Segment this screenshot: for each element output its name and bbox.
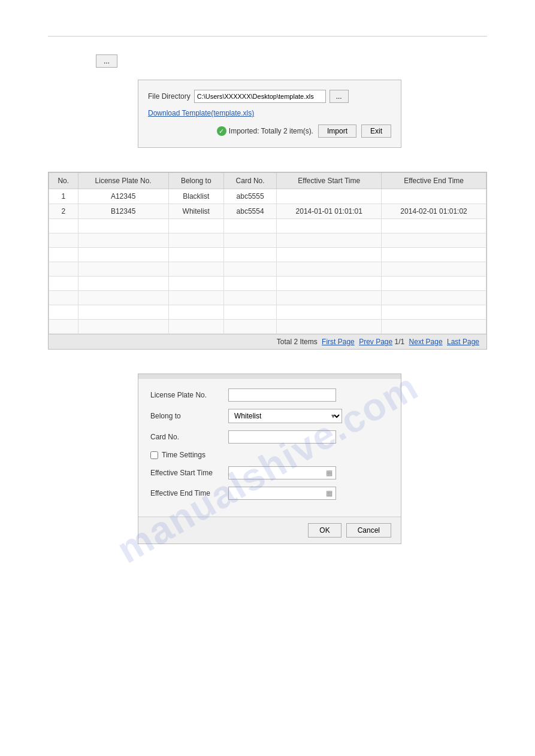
end-time-wrapper: ▦ — [228, 487, 336, 500]
cell-belong: Blacklist — [168, 189, 223, 204]
license-plate-label: License Plate No. — [150, 391, 228, 399]
last-page-link[interactable]: Last Page — [447, 338, 479, 346]
belong-to-label: Belong to — [150, 412, 228, 420]
next-page-link[interactable]: Next Page — [409, 338, 443, 346]
cell-no: 1 — [49, 189, 78, 204]
table-row: 1 A12345 Blacklist abc5555 — [49, 189, 486, 204]
form-dialog-header — [138, 374, 401, 379]
status-row: ✓ Imported: Totally 2 item(s). Import Ex… — [148, 125, 391, 138]
status-text: ✓ Imported: Totally 2 item(s). — [217, 126, 313, 136]
empty-row — [49, 248, 486, 262]
col-start-time[interactable]: Effective Start Time — [277, 173, 382, 189]
col-card: Card No. — [223, 173, 277, 189]
calendar-icon-end[interactable]: ▦ — [326, 489, 334, 497]
time-settings-checkbox[interactable] — [150, 451, 158, 459]
license-plate-row: License Plate No. — [150, 388, 389, 402]
empty-row — [49, 305, 486, 320]
form-body: License Plate No. Belong to Whitelist Bl… — [138, 379, 401, 517]
form-footer: OK Cancel — [138, 517, 401, 544]
cell-plate: A12345 — [78, 189, 168, 204]
cell-start-time: 2014-01-01 01:01:01 — [277, 204, 382, 219]
status-message: Imported: Totally 2 item(s). — [229, 127, 313, 135]
exit-button[interactable]: Exit — [361, 125, 391, 138]
cell-card: abc5554 — [223, 204, 277, 219]
effective-end-time-input[interactable] — [228, 487, 336, 500]
cell-end-time — [382, 189, 486, 204]
cell-belong: Whitelist — [168, 204, 223, 219]
file-browse-button[interactable]: ... — [330, 90, 349, 103]
download-template-link[interactable]: Download Template(template.xls) — [148, 109, 391, 117]
empty-row — [49, 219, 486, 233]
belong-to-select[interactable]: Whitelist Blacklist — [228, 409, 342, 423]
cell-no: 2 — [49, 204, 78, 219]
time-settings-row: Time Settings — [150, 451, 389, 459]
prev-page-link[interactable]: Prev Page — [359, 338, 392, 346]
check-icon: ✓ — [217, 126, 226, 136]
table-footer: Total 2 Items First Page Prev Page 1/1 N… — [49, 334, 486, 349]
table-row: 2 B12345 Whitelist abc5554 2014-01-01 01… — [49, 204, 486, 219]
data-table: No. License Plate No. Belong to Card No.… — [49, 172, 486, 334]
cell-plate: B12345 — [78, 204, 168, 219]
calendar-icon-start[interactable]: ▦ — [326, 469, 334, 477]
effective-start-time-input[interactable] — [228, 466, 336, 479]
top-divider — [48, 36, 487, 37]
col-belong: Belong to — [168, 173, 223, 189]
belong-to-row: Belong to Whitelist Blacklist ▾ — [150, 409, 389, 423]
card-no-label: Card No. — [150, 433, 228, 441]
empty-row — [49, 277, 486, 291]
empty-row — [49, 320, 486, 334]
total-items: Total 2 Items — [277, 338, 318, 346]
file-path-input[interactable] — [194, 90, 326, 103]
effective-end-time-label: Effective End Time — [150, 489, 228, 497]
cell-start-time — [277, 189, 382, 204]
file-row: File Directory ... — [148, 90, 391, 103]
card-no-input[interactable] — [228, 430, 336, 444]
table-section: No. License Plate No. Belong to Card No.… — [48, 172, 487, 350]
empty-row — [49, 291, 486, 305]
form-dialog: License Plate No. Belong to Whitelist Bl… — [138, 374, 401, 544]
browse-button[interactable]: ... — [96, 54, 117, 68]
col-plate: License Plate No. — [78, 173, 168, 189]
time-settings-label: Time Settings — [162, 451, 205, 459]
ok-button[interactable]: OK — [308, 523, 341, 538]
card-no-row: Card No. — [150, 430, 389, 444]
start-time-wrapper: ▦ — [228, 466, 336, 479]
table-header-row: No. License Plate No. Belong to Card No.… — [49, 173, 486, 189]
first-page-link[interactable]: First Page — [322, 338, 355, 346]
effective-start-time-label: Effective Start Time — [150, 469, 228, 477]
col-no: No. — [49, 173, 78, 189]
effective-end-time-row: Effective End Time ▦ — [150, 487, 389, 500]
cell-card: abc5555 — [223, 189, 277, 204]
import-dialog: File Directory ... Download Template(tem… — [138, 80, 401, 148]
import-button[interactable]: Import — [318, 125, 356, 138]
empty-row — [49, 233, 486, 248]
license-plate-input[interactable] — [228, 388, 336, 402]
effective-start-time-row: Effective Start Time ▦ — [150, 466, 389, 479]
empty-row — [49, 262, 486, 277]
col-end-time: Effective End Time — [382, 173, 486, 189]
browse-section: ... — [96, 54, 487, 68]
page-info: 1/1 — [395, 338, 405, 346]
file-directory-label: File Directory — [148, 92, 191, 101]
cell-end-time: 2014-02-01 01:01:02 — [382, 204, 486, 219]
cancel-button[interactable]: Cancel — [346, 523, 391, 538]
